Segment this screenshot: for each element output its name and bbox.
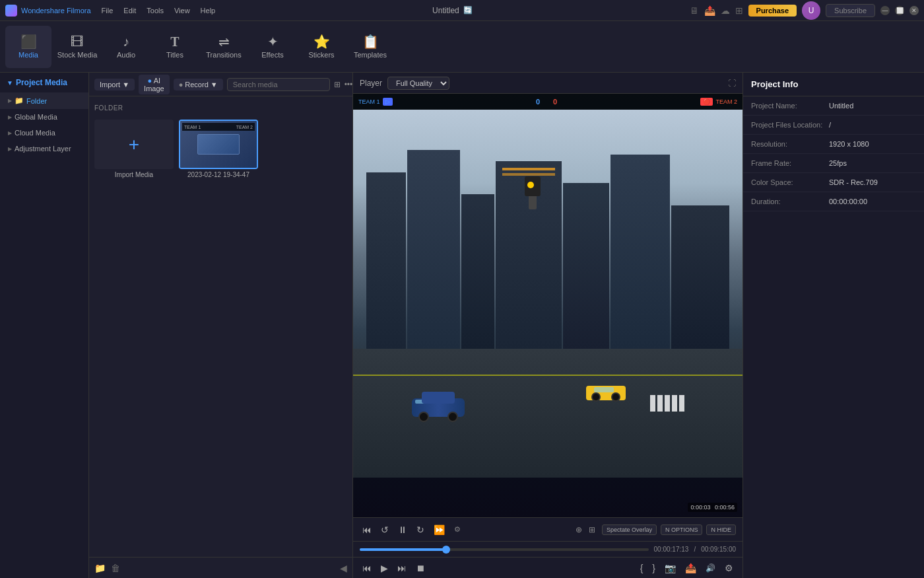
pause-button[interactable]: ⏸ — [395, 523, 410, 536]
collapse-icon[interactable]: ◀ — [340, 563, 347, 573]
purchase-button[interactable]: Purchase — [748, 5, 797, 17]
record-label: Record — [185, 81, 208, 89]
yellow-taxi — [586, 384, 626, 404]
new-folder-icon[interactable]: 🗑 — [111, 563, 120, 573]
project-panel-header: ▼ Project Media — [0, 73, 88, 92]
frame-forward-button[interactable]: ↻ — [414, 523, 427, 536]
adjustment-layer-label: Adjustment Layer — [15, 145, 71, 153]
more-options-icon[interactable]: ••• — [345, 80, 353, 89]
media-toolbar: Import ▼ ● AI Image ● Record ▼ ⊞ ••• — [89, 73, 352, 96]
hide-button[interactable]: N HIDE — [706, 524, 736, 535]
project-info-panel: Project Info Project Name: Untitled Proj… — [742, 73, 924, 578]
sidebar-item-adjustment-layer[interactable]: ▶ Adjustment Layer — [0, 141, 88, 157]
sidebar-item-global-media[interactable]: ▶ Global Media — [0, 109, 88, 125]
next-button[interactable]: ⏭ — [395, 561, 409, 575]
media-label: Media — [18, 51, 38, 59]
minimize-button[interactable]: — — [880, 6, 890, 15]
player-label: Player — [360, 79, 382, 88]
list-item[interactable]: TEAM 1 TEAM 2 2023-02-12 19-34-47 — [179, 120, 258, 178]
framerate-label: Frame Rate: — [751, 159, 824, 167]
settings-button[interactable]: ⚙ — [722, 561, 736, 575]
tab-templates[interactable]: 📋 Templates — [347, 26, 393, 68]
tab-stickers[interactable]: ⭐ Stickers — [298, 26, 345, 68]
duration-value: 00:00:00:00 — [829, 198, 867, 205]
video-thumb[interactable]: TEAM 1 TEAM 2 — [179, 120, 258, 169]
team2-label: 🔴 TEAM 2 — [700, 98, 737, 106]
info-row-resolution: Resolution: 1920 x 1080 — [743, 135, 924, 154]
effects-icon: ✦ — [267, 35, 279, 48]
menu-edit[interactable]: Edit — [123, 7, 136, 15]
avatar: U — [802, 1, 820, 20]
spectate-overlay-button[interactable]: Spectate Overlay — [602, 524, 657, 535]
global-media-label: Global Media — [15, 113, 57, 121]
progress-fill — [360, 548, 446, 551]
close-button[interactable]: ✕ — [909, 6, 919, 15]
search-input[interactable] — [227, 78, 330, 91]
transitions-label: Transitions — [206, 51, 241, 59]
preview-bottom-controls: ⏮ ▶ ⏭ ⏹ { } 📷 📤 🔊 ⚙ — [353, 557, 742, 578]
snapshot-button[interactable]: 📷 — [662, 561, 678, 575]
titlebar-center: Untitled 🔄 — [432, 6, 473, 15]
import-dropdown-icon: ▼ — [122, 81, 129, 89]
fullscreen-icon[interactable]: ⛶ — [728, 79, 736, 88]
prev-button[interactable]: ⏮ — [360, 561, 374, 575]
filter-icon[interactable]: ⊞ — [334, 80, 341, 89]
media-content: FOLDER + Import Media — [89, 96, 352, 557]
folder-icon: 📁 — [15, 96, 24, 105]
menu-file[interactable]: File — [102, 7, 114, 15]
tab-titles[interactable]: T Titles — [152, 26, 198, 68]
media-panel: Import ▼ ● AI Image ● Record ▼ ⊞ ••• FOL… — [89, 73, 353, 578]
info-row-location: Project Files Location: / — [743, 116, 924, 135]
tab-media[interactable]: ⬛ Media — [5, 26, 51, 68]
options-button[interactable]: N OPTIONS — [661, 524, 703, 535]
ai-image-button[interactable]: ● AI Image — [139, 75, 170, 94]
tab-stock-media[interactable]: 🎞 Stock Media — [54, 26, 100, 68]
toolbar: ⬛ Media 🎞 Stock Media ♪ Audio T Titles ⇌… — [0, 21, 924, 73]
list-item[interactable]: + Import Media — [94, 120, 174, 178]
menu-tools[interactable]: Tools — [147, 7, 164, 15]
detach-audio-button[interactable]: 📤 — [682, 561, 699, 575]
project-name-label: Project Name: — [751, 102, 824, 110]
sidebar-item-folder[interactable]: ▶ 📁 Folder — [0, 92, 88, 109]
project-panel-collapse-icon[interactable]: ▼ — [7, 79, 13, 87]
sidebar-item-cloud-media[interactable]: ▶ Cloud Media — [0, 125, 88, 141]
titles-label: Titles — [166, 51, 183, 59]
export-icon: 📤 — [704, 5, 715, 16]
tab-transitions[interactable]: ⇌ Transitions — [201, 26, 247, 68]
record-button[interactable]: ● Record ▼ — [174, 79, 223, 90]
import-thumb[interactable]: + — [94, 120, 174, 169]
titlebar: Wondershare Filmora File Edit Tools View… — [0, 0, 924, 21]
maximize-button[interactable]: ⬜ — [895, 6, 904, 15]
mark-out-button[interactable]: } — [649, 561, 658, 575]
rewind-button[interactable]: ↺ — [378, 523, 391, 536]
progress-track[interactable] — [360, 548, 649, 551]
subscribe-button[interactable]: Subscribe — [826, 4, 875, 17]
stop-button[interactable]: ⏹ — [413, 561, 428, 575]
app-logo: Wondershare Filmora — [5, 5, 91, 17]
volume-button[interactable]: 🔊 — [703, 562, 718, 574]
plus-icon: + — [129, 135, 139, 154]
skip-to-start-button[interactable]: ⏮ — [360, 523, 374, 536]
stickers-label: Stickers — [308, 51, 334, 59]
menu-view[interactable]: View — [174, 7, 190, 15]
import-button[interactable]: Import ▼ — [94, 79, 135, 90]
quality-selector[interactable]: Full Quality — [387, 77, 449, 90]
mark-in-button[interactable]: { — [638, 561, 646, 575]
tab-effects[interactable]: ✦ Effects — [249, 26, 296, 68]
monitor-icon: 🖥 — [690, 5, 699, 16]
preview-video: TEAM 1 ▷ 0 0 🔴 TEAM 2 — [353, 94, 742, 517]
add-folder-icon[interactable]: 📁 — [94, 563, 106, 573]
current-time-display: 00:00:17:13 — [654, 546, 689, 553]
preview-header: Player Full Quality ⛶ — [353, 73, 742, 94]
info-row-colorspace: Color Space: SDR - Rec.709 — [743, 173, 924, 192]
menu-help[interactable]: Help — [201, 7, 216, 15]
colorspace-value: SDR - Rec.709 — [829, 178, 878, 186]
expand-icon: ▶ — [8, 130, 12, 136]
tab-audio[interactable]: ♪ Audio — [103, 26, 149, 68]
time-separator: / — [694, 546, 696, 553]
fast-forward-button[interactable]: ⏩ — [431, 523, 447, 536]
play-button[interactable]: ▶ — [378, 561, 391, 575]
total-time-display: 00:09:15:00 — [701, 546, 736, 553]
target-icon: ⊕ — [576, 525, 582, 534]
progress-thumb[interactable] — [442, 546, 450, 554]
